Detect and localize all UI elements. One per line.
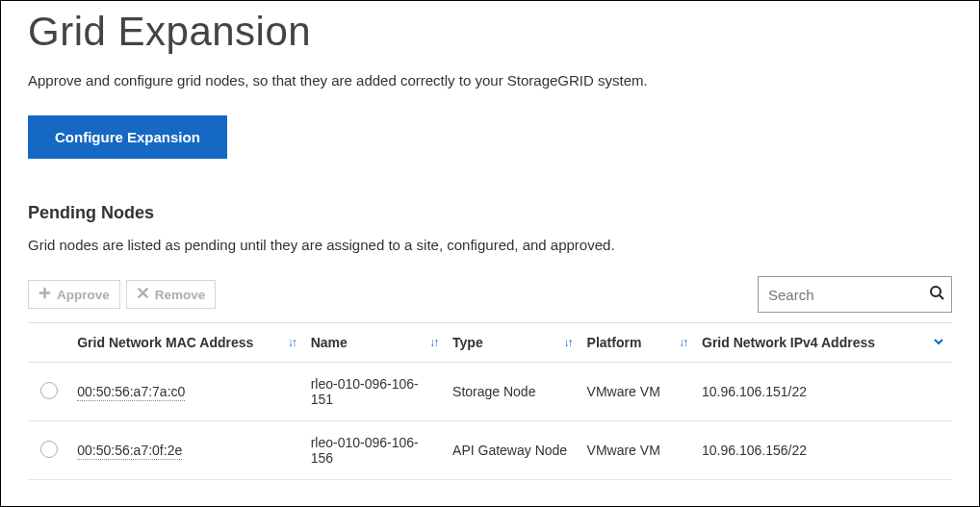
col-ipv4-label: Grid Network IPv4 Address — [702, 335, 875, 350]
cell-ipv4: 10.96.106.156/22 — [702, 443, 807, 458]
approve-label: Approve — [57, 288, 110, 302]
sort-icon: ↓↑ — [429, 336, 437, 349]
table-row: 00:50:56:a7:7a:c0 rleo-010-096-106-151 S… — [28, 363, 952, 421]
svg-rect-1 — [39, 292, 50, 293]
pending-nodes-description: Grid nodes are listed as pending until t… — [28, 237, 952, 253]
search-icon — [929, 285, 944, 304]
chevron-down-icon — [933, 335, 944, 350]
col-mac[interactable]: Grid Network MAC Address ↓↑ — [69, 323, 302, 363]
remove-button[interactable]: Remove — [126, 280, 217, 309]
close-icon — [137, 287, 149, 302]
col-platform[interactable]: Platform ↓↑ — [580, 323, 694, 363]
svg-line-4 — [940, 295, 943, 299]
page-title: Grid Expansion — [28, 9, 952, 55]
col-name[interactable]: Name ↓↑ — [303, 323, 445, 363]
page-frame: Grid Expansion Approve and configure gri… — [0, 0, 980, 507]
cell-mac[interactable]: 00:50:56:a7:0f:2e — [77, 443, 182, 460]
pending-nodes-heading: Pending Nodes — [28, 203, 952, 223]
row-select-radio[interactable] — [40, 441, 58, 458]
row-select-radio[interactable] — [40, 382, 58, 399]
search-input[interactable] — [758, 276, 952, 313]
sort-icon: ↓↑ — [564, 336, 572, 349]
col-type[interactable]: Type ↓↑ — [445, 323, 580, 363]
col-type-label: Type — [452, 335, 483, 350]
cell-mac[interactable]: 00:50:56:a7:7a:c0 — [77, 384, 185, 401]
cell-name: rleo-010-096-106-151 — [311, 376, 419, 407]
col-name-label: Name — [311, 335, 348, 350]
search-wrap — [758, 276, 952, 313]
remove-label: Remove — [155, 288, 206, 302]
cell-type: Storage Node — [452, 384, 535, 399]
pending-nodes-table: Grid Network MAC Address ↓↑ Name ↓↑ Type… — [28, 322, 952, 480]
cell-platform: VMware VM — [587, 384, 660, 399]
cell-platform: VMware VM — [587, 443, 660, 458]
toolbar-left: Approve Remove — [28, 280, 216, 309]
approve-button[interactable]: Approve — [28, 280, 120, 309]
cell-type: API Gateway Node — [452, 443, 567, 458]
sort-icon: ↓↑ — [679, 336, 686, 349]
table-row: 00:50:56:a7:0f:2e rleo-010-096-106-156 A… — [28, 421, 952, 480]
page-subtitle: Approve and configure grid nodes, so tha… — [28, 72, 952, 89]
table-header-row: Grid Network MAC Address ↓↑ Name ↓↑ Type… — [28, 323, 952, 363]
svg-point-3 — [931, 287, 941, 296]
col-ipv4[interactable]: Grid Network IPv4 Address — [694, 323, 952, 363]
col-platform-label: Platform — [587, 335, 642, 350]
cell-ipv4: 10.96.106.151/22 — [702, 384, 807, 399]
cell-name: rleo-010-096-106-156 — [311, 435, 419, 466]
configure-expansion-button[interactable]: Configure Expansion — [28, 115, 227, 159]
svg-marker-2 — [138, 288, 148, 298]
sort-icon: ↓↑ — [288, 336, 296, 349]
pending-toolbar: Approve Remove — [28, 276, 952, 313]
col-select — [28, 323, 69, 363]
plus-icon — [39, 287, 51, 302]
col-mac-label: Grid Network MAC Address — [77, 335, 253, 350]
